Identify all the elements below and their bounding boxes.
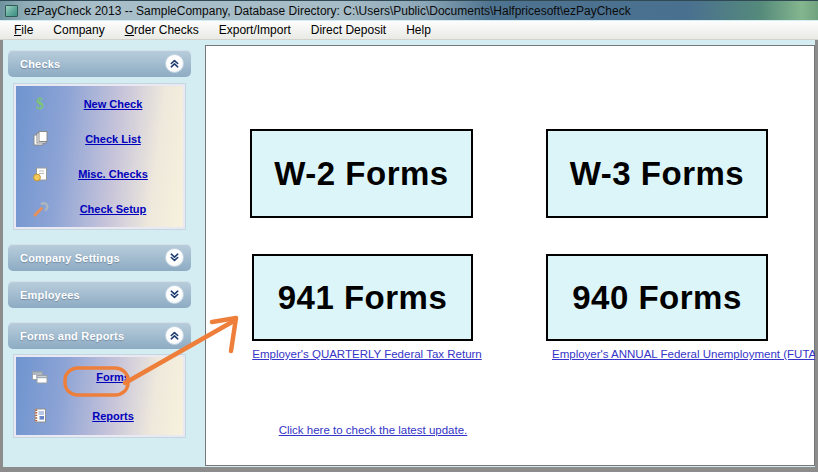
w2-forms-button[interactable]: W-2 Forms <box>250 129 473 218</box>
chevron-down-icon <box>169 252 180 263</box>
section-header-company-settings[interactable]: Company Settings <box>8 244 191 271</box>
wrench-icon <box>29 201 51 218</box>
sidebar-item-new-check[interactable]: $ New Check <box>16 86 183 121</box>
section-title: Employees <box>8 289 165 301</box>
menu-bar: File Company Order Checks Export/Import … <box>0 21 818 40</box>
chevron-up-icon <box>169 58 180 69</box>
sidebar-item-check-list[interactable]: Check List <box>16 121 183 156</box>
941-description-link[interactable]: Employer's QUARTERLY Federal Tax Return <box>237 348 497 360</box>
section-title: Forms and Reports <box>8 330 165 342</box>
chevron-down-icon <box>169 289 180 300</box>
section-header-forms-reports[interactable]: Forms and Reports <box>8 322 191 349</box>
chevron-up-icon <box>169 330 180 341</box>
check-setup-link[interactable]: Check Setup <box>51 203 175 215</box>
forms-icon <box>29 369 51 385</box>
expand-company-settings-button[interactable] <box>165 248 184 267</box>
check-update-link[interactable]: Click here to check the latest update. <box>243 424 503 436</box>
menu-item-help[interactable]: Help <box>396 21 441 40</box>
reports-link[interactable]: Reports <box>51 410 175 422</box>
menu-label: ile <box>21 23 33 37</box>
misc-checks-icon <box>29 166 51 183</box>
w3-forms-button[interactable]: W-3 Forms <box>546 129 768 218</box>
menu-item-file[interactable]: File <box>4 21 43 40</box>
section-title: Checks <box>8 58 165 70</box>
menu-item-export-import[interactable]: Export/Import <box>209 21 301 40</box>
941-forms-button[interactable]: 941 Forms <box>252 254 473 341</box>
section-title: Company Settings <box>8 252 165 264</box>
forms-link[interactable]: Forms <box>51 371 175 383</box>
misc-checks-link[interactable]: Misc. Checks <box>51 168 175 180</box>
app-window: ezPayCheck 2013 -- SampleCompany, Databa… <box>0 0 818 472</box>
menu-label: Direct Deposit <box>311 23 386 37</box>
section-header-employees[interactable]: Employees <box>8 281 191 308</box>
menu-label: Export/Import <box>219 23 291 37</box>
copy-icon <box>29 130 51 147</box>
dollar-icon: $ <box>29 95 51 113</box>
reports-icon <box>29 407 51 424</box>
section-header-checks[interactable]: Checks <box>8 50 191 77</box>
expand-employees-button[interactable] <box>165 285 184 304</box>
menu-item-direct-deposit[interactable]: Direct Deposit <box>301 21 396 40</box>
940-forms-button[interactable]: 940 Forms <box>546 254 768 341</box>
checks-panel: $ New Check Check List Misc. Checks Che <box>14 84 185 229</box>
sidebar-item-misc-checks[interactable]: Misc. Checks <box>16 157 183 192</box>
menu-label: Help <box>406 23 431 37</box>
app-icon <box>5 5 18 17</box>
940-description-link[interactable]: Employer's ANNUAL Federal Unemployment (… <box>552 348 812 360</box>
menu-item-company[interactable]: Company <box>43 21 114 40</box>
sidebar-item-check-setup[interactable]: Check Setup <box>16 192 183 227</box>
menu-item-order-checks[interactable]: Order Checks <box>115 21 209 40</box>
window-title: ezPayCheck 2013 -- SampleCompany, Databa… <box>24 4 631 18</box>
menu-label: rder Checks <box>134 23 199 37</box>
collapse-forms-reports-button[interactable] <box>165 326 184 345</box>
collapse-checks-button[interactable] <box>165 54 184 73</box>
sidebar: Checks $ New Check Check List Misc. Chec… <box>3 40 205 467</box>
sidebar-item-reports[interactable]: Reports <box>16 396 183 435</box>
check-list-link[interactable]: Check List <box>51 133 175 145</box>
menu-accel: O <box>125 23 134 37</box>
main-area: W-2 Forms W-3 Forms 941 Forms 940 Forms … <box>205 45 815 466</box>
new-check-link[interactable]: New Check <box>51 98 175 110</box>
window-border-bottom <box>0 467 818 472</box>
sidebar-item-forms[interactable]: Forms <box>16 357 183 396</box>
menu-label: Company <box>53 23 104 37</box>
window-border-left <box>0 40 3 472</box>
forms-reports-panel: Forms Reports <box>14 355 185 437</box>
title-bar: ezPayCheck 2013 -- SampleCompany, Databa… <box>0 0 818 20</box>
